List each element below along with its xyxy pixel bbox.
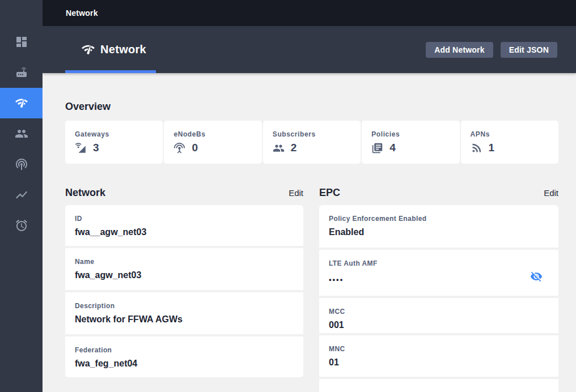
sidebar-item-alerts[interactable] bbox=[0, 210, 43, 241]
overview-stats: Gateways 3 eNodeBs 0 Subscribers 2 bbox=[65, 121, 558, 164]
stat-label: eNodeBs bbox=[173, 130, 261, 138]
page-title: Network bbox=[100, 43, 146, 56]
stat-label: Subscribers bbox=[273, 130, 361, 138]
field-value: fwa_agw_net03 bbox=[75, 270, 294, 280]
library-books-icon bbox=[371, 142, 383, 154]
field-value: Enabled bbox=[329, 227, 549, 237]
field-row-name: Name fwa_agw_net03 bbox=[65, 248, 303, 290]
network-section: Network Edit ID fwa__agw_net03 Name fwa_… bbox=[65, 187, 303, 392]
field-label: MNC bbox=[329, 345, 549, 353]
detail-sections: Network Edit ID fwa__agw_net03 Name fwa_… bbox=[65, 187, 558, 392]
network-wifi-icon bbox=[81, 42, 95, 57]
podcasts-icon bbox=[15, 157, 28, 171]
field-label: Policy Enforcement Enabled bbox=[329, 215, 549, 223]
epc-section: EPC Edit Policy Enforcement Enabled Enab… bbox=[319, 187, 558, 392]
field-row-federation: Federation fwa_feg_net04 bbox=[65, 336, 303, 377]
field-label: LTE Auth AMF bbox=[329, 259, 549, 268]
topbar-title: Network bbox=[66, 8, 98, 18]
header-buttons: Add Network Edit JSON bbox=[426, 42, 557, 58]
field-row-id: ID fwa__agw_net03 bbox=[65, 205, 303, 246]
stat-card-gateways: Gateways 3 bbox=[65, 121, 163, 164]
sidebar-item-network[interactable] bbox=[0, 88, 43, 118]
field-label: Description bbox=[75, 302, 294, 310]
stat-value: 3 bbox=[93, 142, 99, 154]
field-row-mnc: MNC 01 bbox=[319, 335, 558, 377]
people-icon bbox=[273, 142, 285, 154]
cell-wifi-icon bbox=[75, 142, 87, 154]
sidebar-item-metrics[interactable] bbox=[0, 180, 43, 210]
active-tab-indicator bbox=[65, 70, 156, 73]
main-content: Overview Gateways 3 eNodeBs 0 Subscriber… bbox=[43, 73, 576, 392]
field-row-partial bbox=[319, 379, 558, 392]
stat-card-enodebs: eNodeBs 0 bbox=[164, 121, 261, 164]
page-header: Network Add Network Edit JSON bbox=[43, 26, 576, 73]
toggle-visibility-button[interactable] bbox=[530, 270, 543, 283]
topbar: Network bbox=[43, 0, 576, 26]
visibility-off-icon bbox=[530, 270, 543, 283]
router-icon bbox=[15, 66, 28, 79]
stat-card-apns: APNs 1 bbox=[461, 121, 558, 164]
epc-section-title: EPC bbox=[319, 187, 340, 199]
sidebar-item-dashboard[interactable] bbox=[0, 27, 43, 57]
field-value: fwa_feg_net04 bbox=[75, 358, 294, 369]
rss-feed-icon bbox=[471, 142, 482, 154]
field-label: Name bbox=[75, 258, 294, 266]
sidebar-item-subscribers[interactable] bbox=[0, 118, 43, 149]
sidebar bbox=[0, 0, 43, 392]
epc-field-list: Policy Enforcement Enabled Enabled LTE A… bbox=[319, 205, 558, 392]
masked-field-value: •••• bbox=[329, 274, 549, 285]
overview-heading: Overview bbox=[65, 101, 558, 112]
network-wifi-icon bbox=[15, 96, 28, 110]
stat-label: Policies bbox=[371, 130, 459, 138]
field-row-lte-auth-amf: LTE Auth AMF •••• bbox=[319, 250, 558, 296]
field-row-mcc: MCC 001 bbox=[319, 298, 558, 333]
field-label: ID bbox=[75, 215, 294, 223]
stat-value: 1 bbox=[489, 142, 495, 154]
app-root: Network Network Add Network Edit JSON Ov… bbox=[0, 0, 576, 392]
field-label: MCC bbox=[329, 308, 549, 316]
edit-json-button[interactable]: Edit JSON bbox=[501, 42, 557, 58]
metrics-chart-icon bbox=[15, 188, 28, 202]
field-value: fwa__agw_net03 bbox=[75, 227, 294, 237]
stat-card-policies: Policies 4 bbox=[362, 121, 459, 164]
sidebar-item-equipment[interactable] bbox=[0, 57, 43, 88]
stat-value: 0 bbox=[192, 142, 198, 154]
field-value: 01 bbox=[329, 357, 549, 368]
stat-value: 4 bbox=[389, 142, 396, 154]
field-value: Network for FFWA AGWs bbox=[75, 314, 294, 325]
epc-edit-button[interactable]: Edit bbox=[544, 188, 558, 198]
field-row-policy-enforcement: Policy Enforcement Enabled Enabled bbox=[319, 205, 558, 248]
stat-label: APNs bbox=[471, 130, 558, 138]
sidebar-item-tracing[interactable] bbox=[0, 149, 43, 180]
page-title-wrap: Network bbox=[81, 42, 146, 57]
dashboard-icon bbox=[15, 35, 28, 49]
field-label: Federation bbox=[75, 346, 294, 355]
people-icon bbox=[15, 127, 28, 140]
add-network-button[interactable]: Add Network bbox=[426, 42, 493, 58]
antenna-icon bbox=[173, 142, 185, 154]
network-section-title: Network bbox=[65, 187, 105, 199]
stat-label: Gateways bbox=[75, 130, 163, 138]
alarm-icon bbox=[15, 219, 28, 232]
stat-value: 2 bbox=[291, 142, 297, 154]
network-field-list: ID fwa__agw_net03 Name fwa_agw_net03 Des… bbox=[65, 205, 303, 377]
network-edit-button[interactable]: Edit bbox=[289, 188, 303, 198]
field-value: 001 bbox=[329, 319, 549, 330]
stat-card-subscribers: Subscribers 2 bbox=[263, 121, 361, 164]
field-row-description: Description Network for FFWA AGWs bbox=[65, 292, 303, 334]
